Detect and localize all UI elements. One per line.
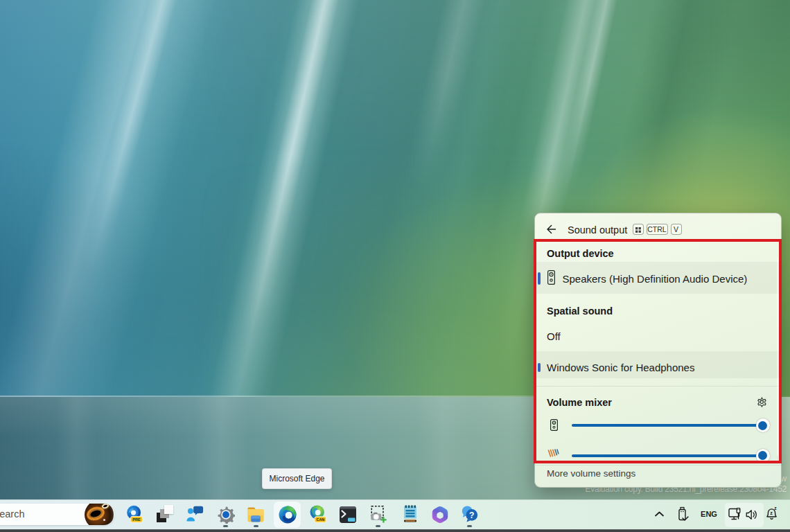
svg-text:z: z <box>774 506 777 511</box>
svg-text:?: ? <box>469 511 474 520</box>
svg-text:z: z <box>770 510 773 516</box>
svg-text:PRE: PRE <box>132 517 141 522</box>
svg-text:CAN: CAN <box>316 517 324 522</box>
